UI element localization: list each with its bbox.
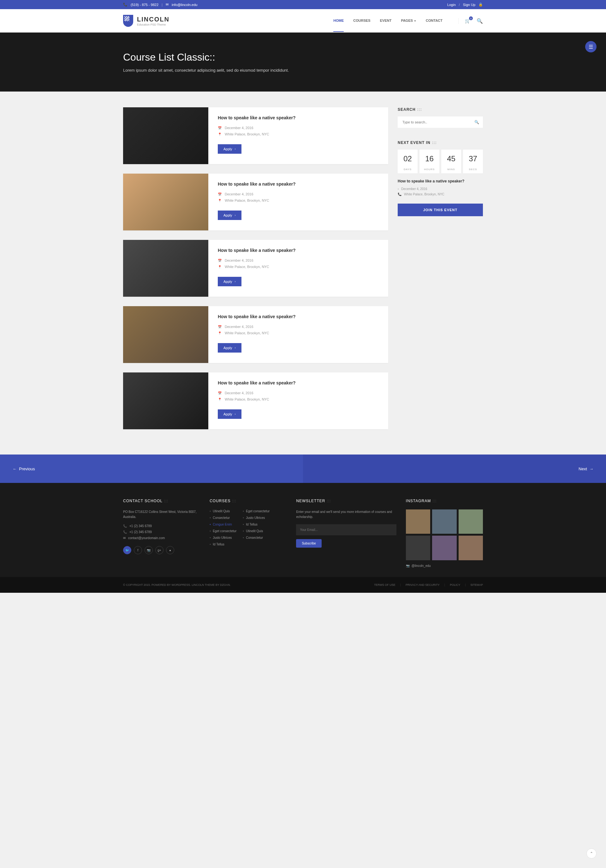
apply-button[interactable]: Apply› <box>218 277 242 286</box>
search-icon[interactable]: 🔍 <box>474 120 479 124</box>
location-icon: 📍 <box>218 332 222 335</box>
chevron-right-icon: › <box>235 280 236 283</box>
course-title[interactable]: How to speake like a native speaker? <box>218 181 379 186</box>
apply-button[interactable]: Apply› <box>218 343 242 353</box>
footer-contact: CONTACT SCHOOL::: PO Box CT16122 Collins… <box>123 499 200 567</box>
logo[interactable]: LINCOLN Education PSD Theme <box>123 15 169 27</box>
nav-event[interactable]: EVENT <box>380 19 392 32</box>
footer-link[interactable]: Eget consectetur <box>243 510 270 513</box>
footer-link[interactable]: Utinelit Quis <box>243 529 270 533</box>
apply-button[interactable]: Apply› <box>218 211 242 220</box>
footer-link[interactable]: Id Tellus <box>243 523 270 526</box>
nav-contact[interactable]: CONTACT <box>426 19 443 32</box>
course-location: White Palace, Brookyn, NYC <box>225 132 269 136</box>
course-date: December 4, 2016 <box>225 192 253 196</box>
count-hours: 16 <box>420 154 439 163</box>
course-title[interactable]: How to speake like a native speaker? <box>218 115 379 120</box>
course-card: How to speake like a native speaker? 📅De… <box>123 174 388 230</box>
calendar-icon: 📅 <box>218 126 222 130</box>
header: LINCOLN Education PSD Theme HOME COURSES… <box>0 9 606 33</box>
twitter-icon[interactable]: 🐦 <box>123 546 131 554</box>
footer-link[interactable]: Justo Ultrices <box>209 536 236 539</box>
course-image[interactable] <box>123 174 208 230</box>
cart-icon[interactable]: 🛒0 <box>465 18 470 23</box>
email-icon: ✉ <box>123 536 126 540</box>
dots-icon: ::: <box>417 107 422 112</box>
chevron-right-icon: › <box>235 346 236 349</box>
footer-courses: COURSES::: Utinelit QuisConsecteturCongu… <box>209 499 287 567</box>
nav-courses[interactable]: COURSES <box>353 19 370 32</box>
chevron-right-icon: › <box>235 412 236 416</box>
instagram-thumb[interactable] <box>459 510 483 534</box>
email-link[interactable]: info@lincoln.edu <box>172 3 198 7</box>
location-icon: 📍 <box>218 265 222 269</box>
event-widget: NEXT EVENT IN::: 02DAYS 16HOURS 45MINS 3… <box>398 141 483 216</box>
footer-link[interactable]: Id Tellus <box>209 542 236 546</box>
course-date: December 4, 2016 <box>225 391 253 395</box>
social-icons: 🐦 f 📷 g+ ● <box>123 546 200 554</box>
course-image[interactable] <box>123 107 208 164</box>
newsletter-input[interactable] <box>296 524 396 535</box>
instagram-icon[interactable]: 📷 <box>144 546 153 554</box>
footer-link[interactable]: Utinelit Quis <box>209 510 236 513</box>
course-image[interactable] <box>123 372 208 429</box>
footer-link[interactable]: Congue Enim <box>209 523 236 526</box>
course-location: White Palace, Brookyn, NYC <box>225 198 269 202</box>
divider: | <box>161 3 163 7</box>
nav-home[interactable]: HOME <box>333 19 344 32</box>
subscribe-button[interactable]: Subscribe <box>296 539 321 548</box>
search-icon[interactable]: 🔍 <box>477 18 483 24</box>
address-text: PO Box CT16122 Collins Street West, Vict… <box>123 510 200 519</box>
course-list: How to speake like a native speaker? 📅De… <box>123 107 388 439</box>
nav-pages[interactable]: PAGES▼ <box>401 19 416 32</box>
calendar-icon: 📅 <box>218 391 222 395</box>
instagram-thumb[interactable] <box>432 510 456 534</box>
phone-icon: 📞 <box>123 530 127 534</box>
instagram-thumb[interactable] <box>406 536 430 560</box>
footer-instagram: INSTAGRAM::: 📷@lincoln_edu <box>406 499 483 567</box>
calendar-icon: 📅 <box>218 259 222 262</box>
instagram-thumb[interactable] <box>406 510 430 534</box>
login-link[interactable]: Login <box>447 3 456 7</box>
footer-bottom-link[interactable]: TERMS OF USE <box>374 583 395 586</box>
course-title[interactable]: How to speake like a native speaker? <box>218 314 379 319</box>
dribbble-icon[interactable]: ● <box>166 546 174 554</box>
footer-bottom-link[interactable]: SITEMAP <box>470 583 483 586</box>
countdown: 02DAYS 16HOURS 45MINS 37SECS <box>398 150 483 173</box>
prev-button[interactable]: ← Previous <box>0 454 303 483</box>
sidebar: SEARCH::: 🔍 NEXT EVENT IN::: 02DAYS 16HO… <box>398 107 483 439</box>
apply-button[interactable]: Apply› <box>218 144 242 154</box>
footer-link[interactable]: Consectetur <box>243 536 270 539</box>
footer-link[interactable]: Eget consectetur <box>209 529 236 533</box>
dots-icon: ::: <box>327 499 331 503</box>
course-image[interactable] <box>123 306 208 363</box>
footer-link[interactable]: Justo Ultrices <box>243 516 270 519</box>
course-image[interactable] <box>123 240 208 297</box>
footer-bottom-link[interactable]: POLICY <box>450 583 460 586</box>
count-secs: 37 <box>463 154 483 163</box>
footer-bottom-link[interactable]: PRIVACY AND SECURITY <box>406 583 440 586</box>
course-location: White Palace, Brookyn, NYC <box>225 265 269 269</box>
course-title[interactable]: How to speake like a native speaker? <box>218 380 379 385</box>
join-event-button[interactable]: JOIN THIS EVENT <box>398 204 483 216</box>
facebook-icon[interactable]: f <box>134 546 142 554</box>
menu-fab[interactable]: ☰ <box>585 41 597 53</box>
signup-link[interactable]: Sign Up <box>463 3 475 7</box>
search-input[interactable] <box>398 116 483 128</box>
instagram-handle[interactable]: @lincoln_edu <box>412 564 431 567</box>
page-subtitle: Lorem ipsum dolor sit amet, consectetur … <box>123 68 483 73</box>
instagram-thumb[interactable] <box>432 536 456 560</box>
next-button[interactable]: Next → <box>303 454 606 483</box>
location-icon: 📍 <box>218 133 222 136</box>
count-mins: 45 <box>441 154 461 163</box>
footer: CONTACT SCHOOL::: PO Box CT16122 Collins… <box>0 483 606 577</box>
instagram-thumb[interactable] <box>459 536 483 560</box>
apply-button[interactable]: Apply› <box>218 409 242 419</box>
hero: Course List Classic:: Lorem ipsum dolor … <box>0 33 606 91</box>
footer-link[interactable]: Consectetur <box>209 516 236 519</box>
event-widget-title: NEXT EVENT IN <box>398 141 431 145</box>
chevron-right-icon: › <box>235 214 236 217</box>
cart-badge: 0 <box>469 16 473 20</box>
googleplus-icon[interactable]: g+ <box>155 546 163 554</box>
course-title[interactable]: How to speake like a native speaker? <box>218 248 379 253</box>
